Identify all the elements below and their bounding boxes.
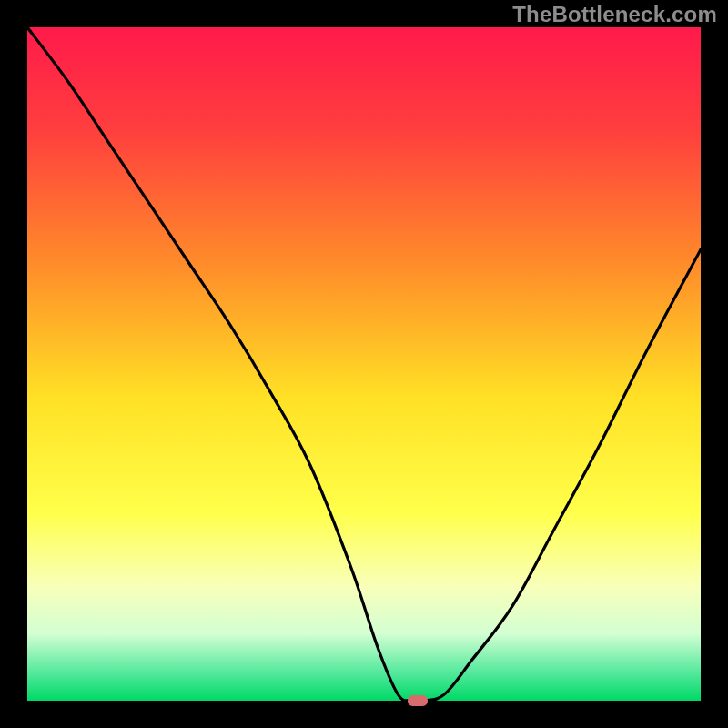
chart-frame: TheBottleneck.com	[0, 0, 728, 728]
optimal-point-marker	[408, 695, 428, 705]
bottleneck-chart	[0, 0, 728, 728]
gradient-background	[27, 27, 701, 701]
watermark-text: TheBottleneck.com	[512, 2, 717, 27]
